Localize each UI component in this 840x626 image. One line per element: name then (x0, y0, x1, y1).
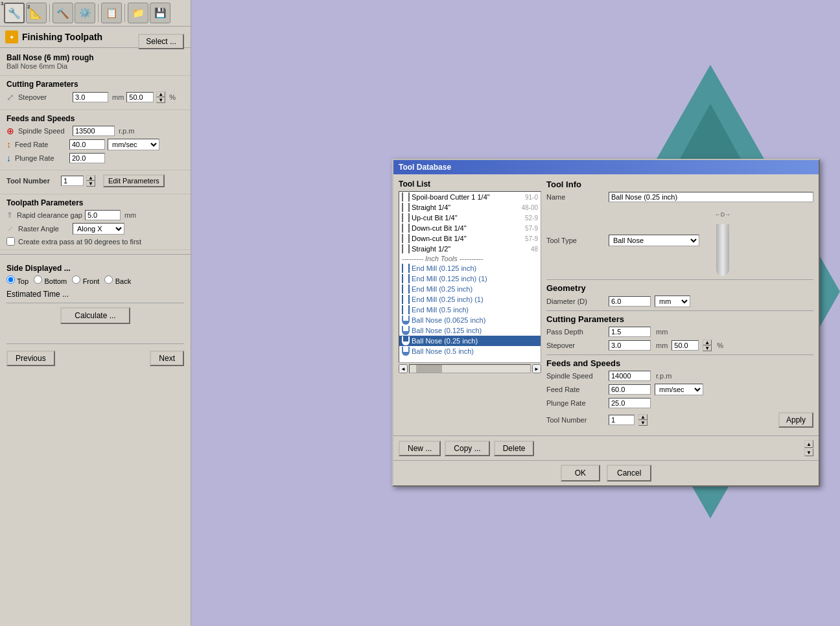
copy-tool-button[interactable]: Copy ... (445, 441, 489, 456)
extra-pass-checkbox[interactable] (6, 237, 15, 246)
stepover-pct-down[interactable]: ▼ (156, 97, 165, 103)
diameter-unit-select[interactable]: mm inch (655, 296, 690, 307)
db-tool-num-up[interactable]: ▲ (638, 414, 648, 420)
list-item[interactable]: End Mill (0.25 inch) (1) (399, 294, 541, 305)
db-spindle-label: Spindle Speed (546, 372, 605, 380)
select-button[interactable]: Select ... (138, 34, 184, 49)
list-item[interactable]: Up-cut Bit 1/4" 52-9 (399, 213, 541, 223)
apply-button[interactable]: Apply (778, 412, 813, 428)
tool-num-up[interactable]: ▲ (86, 175, 95, 181)
diameter-input[interactable] (609, 296, 651, 307)
toolpath-params-section: Toolpath Parameters ⇑ Rapid clearance ga… (0, 194, 191, 250)
tab-7[interactable]: 💾 (150, 3, 170, 23)
side-back-radio[interactable] (104, 275, 113, 284)
tab-3[interactable]: 🔨 3 (52, 3, 73, 23)
tool-item-name: Ball Nose (0.125 inch) (412, 327, 482, 334)
list-item[interactable]: Spoil-board Cutter 1 1/4" 91-0 (399, 192, 541, 202)
tab-2[interactable]: 📐 2 (26, 3, 47, 23)
db-stepover-pct-spinner[interactable]: ▲ ▼ (703, 340, 712, 351)
db-plunge-rate-input[interactable] (609, 398, 651, 408)
scroll-left-btn[interactable]: ◄ (399, 364, 408, 373)
db-stepover-down[interactable]: ▼ (703, 345, 712, 351)
list-item[interactable]: Down-cut Bit 1/4" 57-9 (399, 223, 541, 233)
stepover-input[interactable] (73, 92, 108, 102)
cancel-button[interactable]: Cancel (607, 465, 651, 481)
list-item[interactable]: End Mill (0.125 inch) (399, 263, 541, 273)
tab-6[interactable]: 📁 (128, 3, 148, 23)
list-item[interactable]: End Mill (0.5 inch) (399, 305, 541, 315)
tab-1[interactable]: 🔧 (4, 3, 25, 23)
pass-depth-label: Pass Depth (546, 328, 605, 336)
delete-tool-button[interactable]: Delete (494, 441, 535, 456)
db-tool-number-input[interactable] (609, 415, 635, 425)
tool-name: Ball Nose (6 mm) rough (6, 53, 94, 62)
raster-angle-select[interactable]: Along X Along Y Custom (73, 223, 124, 235)
list-item[interactable]: End Mill (0.125 inch) (1) (399, 273, 541, 284)
spindle-label: Spindle Speed (18, 127, 70, 135)
db-stepover-up[interactable]: ▲ (703, 340, 712, 345)
ok-button[interactable]: OK (561, 465, 600, 481)
db-spindle-unit: r.p.m (656, 372, 671, 380)
spindle-unit: r.p.m (119, 127, 134, 135)
list-item[interactable]: End Mill (0.25 inch) (399, 284, 541, 294)
list-item[interactable]: Down-cut Bit 1/4" 57-9 (399, 233, 541, 244)
db-spindle-input[interactable] (609, 371, 651, 381)
db-feed-rate-input[interactable] (609, 384, 651, 395)
list-scroll-up[interactable]: ▲ (804, 440, 813, 448)
db-feeds-speeds-title: Feeds and Speeds (546, 358, 813, 368)
list-item-selected[interactable]: Ball Nose (0.25 inch) (399, 336, 541, 346)
tool-number-input[interactable] (61, 176, 84, 186)
new-tool-button[interactable]: New ... (399, 441, 441, 456)
tool-name-field[interactable] (609, 192, 813, 202)
spindle-speed-input[interactable] (73, 126, 115, 136)
side-front-radio[interactable] (72, 275, 80, 284)
db-stepover-input[interactable] (609, 340, 651, 351)
side-bottom-radio[interactable] (34, 275, 42, 284)
list-item[interactable]: Ball Nose (0.5 inch) (399, 346, 541, 356)
stepover-pct-spinner[interactable]: ▲ ▼ (156, 91, 165, 103)
list-item[interactable]: Ball Nose (0.125 inch) (399, 325, 541, 336)
geometry-title: Geometry (546, 283, 813, 293)
pass-depth-input[interactable] (609, 327, 651, 337)
list-item[interactable]: Ball Nose (0.0625 inch) (399, 315, 541, 325)
tool-type-icon (402, 336, 410, 345)
estimated-time-label: Estimated Time ... (6, 290, 69, 299)
tool-info-section: Tool Info Name Tool Type Ball Nose End M… (546, 180, 813, 276)
db-tool-num-down[interactable]: ▼ (638, 420, 648, 426)
tool-type-icon (402, 284, 410, 294)
list-scroll-down[interactable]: ▼ (804, 448, 813, 456)
scroll-right-btn[interactable]: ► (532, 364, 541, 373)
tool-sub: Ball Nose 6mm Dia (6, 62, 94, 70)
tool-number-spinner[interactable]: ▲ ▼ (86, 175, 95, 187)
tool-item-number: 48 (531, 246, 538, 253)
previous-button[interactable]: Previous (6, 351, 55, 366)
rapid-gap-input[interactable] (85, 210, 121, 220)
plunge-rate-input[interactable] (69, 153, 105, 163)
db-stepover-unit: mm (656, 342, 668, 349)
stepover-pct-input[interactable] (126, 92, 154, 102)
list-item[interactable]: Straight 1/2" 48 (399, 244, 541, 254)
feed-rate-input[interactable] (69, 139, 105, 150)
db-rate-unit-select[interactable]: mm/sec mm/min in/sec in/min (655, 384, 703, 395)
tool-list-box[interactable]: Spoil-board Cutter 1 1/4" 91-0 Straight … (399, 191, 541, 363)
tool-db-bottom: New ... Copy ... Delete ▲ ▼ (393, 435, 819, 460)
db-stepover-pct-sym: % (717, 342, 723, 349)
tool-type-icon (402, 316, 410, 325)
list-item[interactable]: Straight 1/4" 48-00 (399, 202, 541, 213)
side-top-radio[interactable] (6, 275, 15, 284)
next-button[interactable]: Next (150, 351, 184, 366)
tool-type-select[interactable]: Ball Nose End Mill V-Bit Straight (609, 235, 699, 246)
db-stepover-pct-input[interactable] (671, 340, 699, 351)
edit-params-btn[interactable]: Edit Parameters (103, 174, 165, 187)
rate-unit-select[interactable]: mm/sec mm/min in/sec in/min (108, 139, 159, 150)
db-tool-num-spinner[interactable]: ▲ ▼ (638, 414, 648, 426)
tool-number-label: Tool Number (6, 177, 58, 185)
scroll-track-h[interactable] (409, 364, 531, 373)
side-displayed-title: Side Displayed ... (6, 264, 184, 273)
tab-4[interactable]: ⚙️ (75, 3, 95, 23)
tool-item-number: 48-00 (521, 204, 538, 211)
tool-num-down[interactable]: ▼ (86, 181, 95, 187)
stepover-pct-up[interactable]: ▲ (156, 91, 165, 97)
tab-5[interactable]: 📋 (101, 3, 122, 23)
calculate-button[interactable]: Calculate ... (60, 307, 130, 324)
